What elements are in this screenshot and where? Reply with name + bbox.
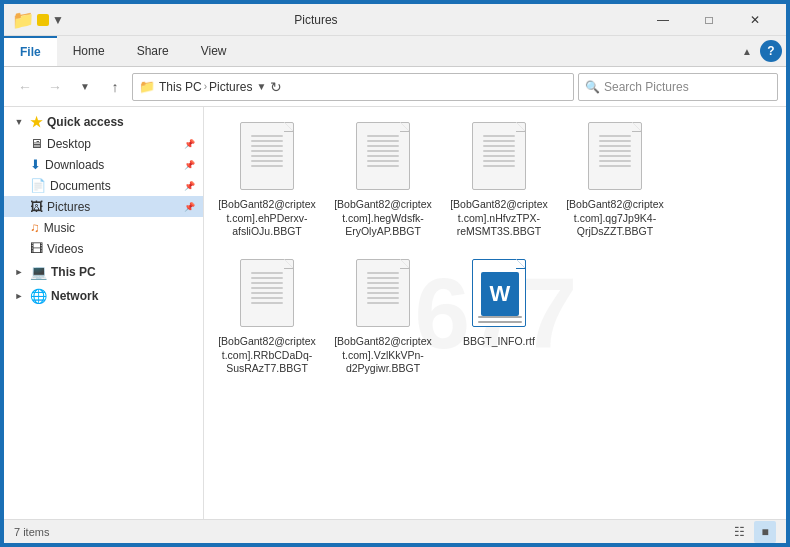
large-icon-view-button[interactable]: ■	[754, 521, 776, 543]
file-icon-0	[237, 122, 297, 194]
search-icon: 🔍	[585, 80, 600, 94]
file-fold-inner	[632, 122, 641, 131]
this-pc-label: This PC	[51, 265, 96, 279]
quick-access-label: Quick access	[47, 115, 124, 129]
quick-access-star-icon: ★	[30, 114, 43, 130]
view-controls: ☷ ■	[728, 521, 776, 543]
network-icon: 🌐	[30, 288, 47, 304]
explorer-window: 📁 ▼ Pictures — □ ✕ File Home Share View …	[2, 2, 788, 545]
file-body	[356, 259, 410, 327]
search-placeholder: Search Pictures	[604, 80, 689, 94]
address-path: This PC › Pictures	[159, 80, 252, 94]
file-fold-inner	[284, 259, 293, 268]
status-bar: 7 items ☷ ■	[4, 519, 786, 543]
this-pc-header[interactable]: ► 💻 This PC	[4, 261, 203, 283]
desktop-pin-icon: 📌	[184, 139, 195, 149]
refresh-button[interactable]: ↻	[270, 79, 282, 95]
path-sep-1: ›	[204, 81, 207, 92]
network-header[interactable]: ► 🌐 Network	[4, 285, 203, 307]
tab-view[interactable]: View	[185, 36, 243, 66]
sidebar-item-downloads[interactable]: ⬇ Downloads 📌	[4, 154, 203, 175]
address-bar[interactable]: 📁 This PC › Pictures ▼ ↻	[132, 73, 574, 101]
file-item-5[interactable]: [BobGant82@criptext.com].VzlKkVPn-d2Pygi…	[328, 252, 438, 383]
path-pictures[interactable]: Pictures	[209, 80, 252, 94]
sidebar: ▼ ★ Quick access 🖥 Desktop 📌 ⬇ Downloads…	[4, 107, 204, 519]
file-area: 677 [BobGa	[204, 107, 786, 519]
word-w-icon: W	[481, 272, 519, 316]
videos-label: Videos	[47, 242, 83, 256]
file-icon-3	[585, 122, 645, 194]
pictures-pin-icon: 📌	[184, 202, 195, 212]
quick-access-expand: ▼	[12, 115, 26, 129]
ribbon-collapse[interactable]: ▲	[734, 38, 760, 64]
list-view-button[interactable]: ☷	[728, 521, 750, 543]
nav-bar: ← → ▼ ↑ 📁 This PC › Pictures ▼ ↻ 🔍 Searc…	[4, 67, 786, 107]
tab-home[interactable]: Home	[57, 36, 121, 66]
tab-share[interactable]: Share	[121, 36, 185, 66]
music-label: Music	[44, 221, 75, 235]
sidebar-item-desktop[interactable]: 🖥 Desktop 📌	[4, 133, 203, 154]
downloads-pin-icon: 📌	[184, 160, 195, 170]
path-this-pc[interactable]: This PC	[159, 80, 202, 94]
file-fold-inner	[400, 122, 409, 131]
rtf-file-body: W	[472, 259, 526, 327]
file-item-6[interactable]: W BBGT_INFO.rtf	[444, 252, 554, 383]
file-name-0: [BobGant82@criptext.com].ehPDerxv-afsliO…	[217, 198, 317, 239]
sidebar-item-music[interactable]: ♫ Music	[4, 217, 203, 238]
rtf-lines	[478, 316, 522, 326]
file-name-4: [BobGant82@criptext.com].RRbCDaDq-SusRAz…	[217, 335, 317, 376]
help-button[interactable]: ?	[760, 40, 782, 62]
file-lines	[599, 135, 631, 170]
network-label: Network	[51, 289, 98, 303]
file-item-1[interactable]: [BobGant82@criptext.com].hegWdsfk-EryOly…	[328, 115, 438, 246]
quick-access-header[interactable]: ▼ ★ Quick access	[4, 111, 203, 133]
network-section: ► 🌐 Network	[4, 285, 203, 307]
this-pc-expand: ►	[12, 265, 26, 279]
file-icon-2	[469, 122, 529, 194]
file-name-3: [BobGant82@criptext.com].qg7Jp9K4-QrjDsZ…	[565, 198, 665, 239]
file-name-2: [BobGant82@criptext.com].nHfvzTPX-reMSMT…	[449, 198, 549, 239]
desktop-label: Desktop	[47, 137, 91, 151]
sidebar-item-documents[interactable]: 📄 Documents 📌	[4, 175, 203, 196]
close-button[interactable]: ✕	[732, 4, 778, 36]
maximize-button[interactable]: □	[686, 4, 732, 36]
sidebar-item-pictures[interactable]: 🖼 Pictures 📌	[4, 196, 203, 217]
documents-pin-icon: 📌	[184, 181, 195, 191]
documents-label: Documents	[50, 179, 111, 193]
address-dropdown-icon[interactable]: ▼	[256, 81, 266, 92]
sidebar-item-videos[interactable]: 🎞 Videos	[4, 238, 203, 259]
file-lines	[367, 135, 399, 170]
search-box[interactable]: 🔍 Search Pictures	[578, 73, 778, 101]
file-item-0[interactable]: [BobGant82@criptext.com].ehPDerxv-afsliO…	[212, 115, 322, 246]
file-fold-inner	[400, 259, 409, 268]
minimize-button[interactable]: —	[640, 4, 686, 36]
dropdown-button[interactable]: ▼	[72, 74, 98, 100]
up-button[interactable]: ↑	[102, 74, 128, 100]
rtf-fold-inner	[516, 259, 525, 268]
file-item-3[interactable]: [BobGant82@criptext.com].qg7Jp9K4-QrjDsZ…	[560, 115, 670, 246]
window-controls: — □ ✕	[640, 4, 778, 36]
tab-file[interactable]: File	[4, 36, 57, 66]
file-body	[472, 122, 526, 190]
file-icon-1	[353, 122, 413, 194]
this-pc-section: ► 💻 This PC	[4, 261, 203, 283]
file-body	[240, 122, 294, 190]
files-grid: [BobGant82@criptext.com].ehPDerxv-afsliO…	[212, 115, 778, 383]
file-body	[356, 122, 410, 190]
file-fold-inner	[284, 122, 293, 131]
downloads-label: Downloads	[45, 158, 104, 172]
window-title: Pictures	[0, 13, 640, 27]
file-item-2[interactable]: [BobGant82@criptext.com].nHfvzTPX-reMSMT…	[444, 115, 554, 246]
back-button[interactable]: ←	[12, 74, 38, 100]
ribbon: File Home Share View ▲ ?	[4, 36, 786, 67]
pictures-icon: 🖼	[30, 199, 43, 214]
quick-access-section: ▼ ★ Quick access 🖥 Desktop 📌 ⬇ Downloads…	[4, 111, 203, 259]
documents-icon: 📄	[30, 178, 46, 193]
network-expand: ►	[12, 289, 26, 303]
file-name-1: [BobGant82@criptext.com].hegWdsfk-EryOly…	[333, 198, 433, 239]
file-lines	[251, 135, 283, 170]
file-body	[240, 259, 294, 327]
file-body	[588, 122, 642, 190]
file-item-4[interactable]: [BobGant82@criptext.com].RRbCDaDq-SusRAz…	[212, 252, 322, 383]
forward-button[interactable]: →	[42, 74, 68, 100]
